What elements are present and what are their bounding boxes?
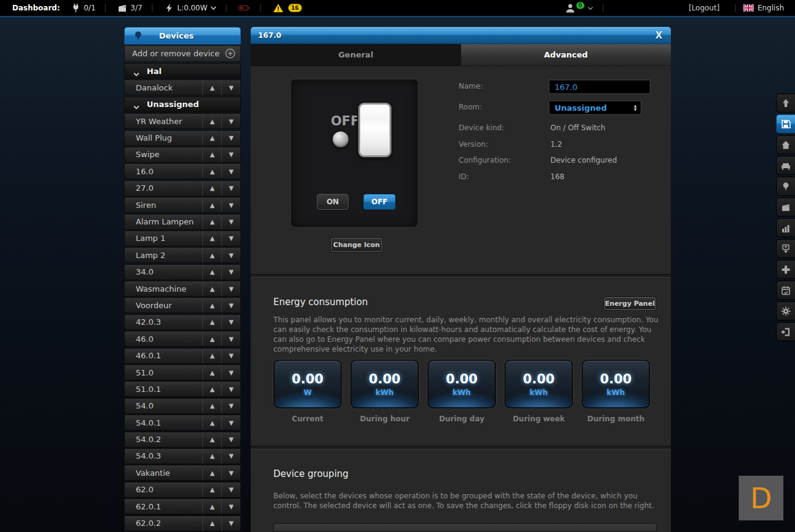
move-up-button[interactable]: ▲ xyxy=(202,265,221,279)
move-down-button[interactable]: ▼ xyxy=(221,248,240,262)
device-row[interactable]: 16.0▲▼ xyxy=(124,163,241,179)
off-button[interactable]: OFF xyxy=(363,194,396,210)
power-stat[interactable]: L:0.00W xyxy=(165,3,216,13)
arrow-up-icon[interactable] xyxy=(776,94,795,113)
move-down-button[interactable]: ▼ xyxy=(221,415,240,430)
move-down-button[interactable]: ▼ xyxy=(221,449,240,464)
room-select[interactable]: Unassigned ▲▼ xyxy=(549,101,641,114)
device-row[interactable]: 54.0▲▼ xyxy=(124,398,241,414)
move-up-button[interactable]: ▲ xyxy=(202,215,221,229)
move-up-button[interactable]: ▲ xyxy=(202,331,221,346)
move-down-button[interactable]: ▼ xyxy=(221,516,240,531)
scenes-stat[interactable]: 3/7 xyxy=(117,3,142,13)
move-down-button[interactable]: ▼ xyxy=(221,164,240,179)
device-row[interactable]: Lamp 2▲▼ xyxy=(124,247,241,263)
device-group-header[interactable]: Hal xyxy=(124,63,241,79)
user-menu[interactable]: 0 xyxy=(565,3,593,13)
device-status-stat[interactable]: 0/1 xyxy=(71,3,95,13)
device-row[interactable]: 54.0.1▲▼ xyxy=(124,415,241,430)
move-down-button[interactable]: ▼ xyxy=(221,365,240,380)
device-row[interactable]: 62.0▲▼ xyxy=(124,482,241,498)
device-row[interactable]: Lamp 1▲▼ xyxy=(124,231,241,246)
move-down-button[interactable]: ▼ xyxy=(221,298,240,312)
move-up-button[interactable]: ▲ xyxy=(202,198,221,212)
energy-panel-button[interactable]: Energy Panel xyxy=(604,297,656,310)
on-button[interactable]: ON xyxy=(317,194,349,210)
devices-icon[interactable] xyxy=(776,177,795,196)
device-group-header[interactable]: Unassigned xyxy=(124,97,241,113)
move-down-button[interactable]: ▼ xyxy=(221,131,240,146)
move-down-button[interactable]: ▼ xyxy=(221,281,240,296)
move-up-button[interactable]: ▲ xyxy=(202,349,221,363)
rooms-icon[interactable] xyxy=(776,156,795,175)
move-up-button[interactable]: ▲ xyxy=(202,382,221,396)
device-row[interactable]: 51.0▲▼ xyxy=(124,364,241,380)
move-up-button[interactable]: ▲ xyxy=(202,365,221,380)
move-up-button[interactable]: ▲ xyxy=(202,298,221,312)
add-or-remove-device-button[interactable]: Add or remove device xyxy=(124,45,241,62)
move-up-button[interactable]: ▲ xyxy=(202,449,221,464)
device-row[interactable]: 62.0.1▲▼ xyxy=(124,498,241,514)
move-up-button[interactable]: ▲ xyxy=(202,415,221,430)
scenes-icon[interactable] xyxy=(776,198,795,216)
move-up-button[interactable]: ▲ xyxy=(202,281,221,296)
device-row[interactable]: Danalock▲▼ xyxy=(124,79,241,95)
move-up-button[interactable]: ▲ xyxy=(202,80,221,95)
move-down-button[interactable]: ▼ xyxy=(221,80,240,95)
move-up-button[interactable]: ▲ xyxy=(202,399,221,413)
move-down-button[interactable]: ▼ xyxy=(221,114,240,128)
move-up-button[interactable]: ▲ xyxy=(202,315,221,330)
move-up-button[interactable]: ▲ xyxy=(202,482,221,497)
logout-link[interactable]: [Logout] xyxy=(689,4,719,12)
move-down-button[interactable]: ▼ xyxy=(221,399,240,413)
move-down-button[interactable]: ▼ xyxy=(221,432,240,447)
device-row[interactable]: YR Weather▲▼ xyxy=(124,113,241,129)
move-up-button[interactable]: ▲ xyxy=(202,131,221,146)
device-row[interactable]: 34.0▲▼ xyxy=(124,264,241,280)
move-down-button[interactable]: ▼ xyxy=(221,349,240,363)
device-row[interactable]: 51.0.1▲▼ xyxy=(124,381,241,397)
move-up-button[interactable]: ▲ xyxy=(202,164,221,179)
move-down-button[interactable]: ▼ xyxy=(221,215,240,229)
move-up-button[interactable]: ▲ xyxy=(202,499,221,514)
device-row[interactable]: 27.0▲▼ xyxy=(124,180,241,196)
move-down-button[interactable]: ▼ xyxy=(221,331,240,346)
device-row[interactable]: Vakantie▲▼ xyxy=(124,465,241,481)
device-row[interactable]: Siren▲▼ xyxy=(124,197,241,213)
tab-general[interactable]: General xyxy=(251,44,461,66)
move-down-button[interactable]: ▼ xyxy=(221,482,240,497)
name-input[interactable] xyxy=(549,80,650,94)
device-row[interactable]: 62.0.2▲▼ xyxy=(124,515,241,531)
device-row[interactable]: Alarm Lampen▲▼ xyxy=(124,214,241,230)
move-down-button[interactable]: ▼ xyxy=(221,231,240,246)
plugins-icon[interactable] xyxy=(776,260,795,279)
device-row[interactable]: Wall Plug▲▼ xyxy=(124,130,241,146)
move-down-button[interactable]: ▼ xyxy=(221,198,240,212)
home-icon[interactable] xyxy=(776,135,795,154)
close-icon[interactable]: X xyxy=(655,30,662,41)
device-row[interactable]: Swipe▲▼ xyxy=(124,147,241,163)
move-up-button[interactable]: ▲ xyxy=(202,432,221,447)
move-up-button[interactable]: ▲ xyxy=(202,181,221,196)
tab-advanced[interactable]: Advanced xyxy=(461,44,671,66)
move-down-button[interactable]: ▼ xyxy=(221,382,240,396)
move-up-button[interactable]: ▲ xyxy=(202,147,221,162)
events-icon[interactable] xyxy=(776,281,795,300)
move-up-button[interactable]: ▲ xyxy=(202,114,221,128)
device-update-icon[interactable] xyxy=(776,239,795,258)
move-down-button[interactable]: ▼ xyxy=(221,147,240,162)
device-row[interactable]: 46.0.1▲▼ xyxy=(124,348,241,364)
battery-indicator[interactable] xyxy=(239,3,251,13)
move-up-button[interactable]: ▲ xyxy=(202,465,221,480)
move-down-button[interactable]: ▼ xyxy=(221,499,240,514)
save-icon[interactable] xyxy=(776,114,795,133)
move-down-button[interactable]: ▼ xyxy=(221,315,240,330)
move-down-button[interactable]: ▼ xyxy=(221,465,240,480)
move-down-button[interactable]: ▼ xyxy=(221,181,240,196)
device-row[interactable]: 42.0.3▲▼ xyxy=(124,314,241,330)
warnings-indicator[interactable]: 16 xyxy=(273,3,302,13)
device-row[interactable]: 54.0.2▲▼ xyxy=(124,432,241,448)
device-row[interactable]: 54.0.3▲▼ xyxy=(124,448,241,464)
energy-icon[interactable] xyxy=(776,218,795,237)
move-down-button[interactable]: ▼ xyxy=(221,265,240,279)
